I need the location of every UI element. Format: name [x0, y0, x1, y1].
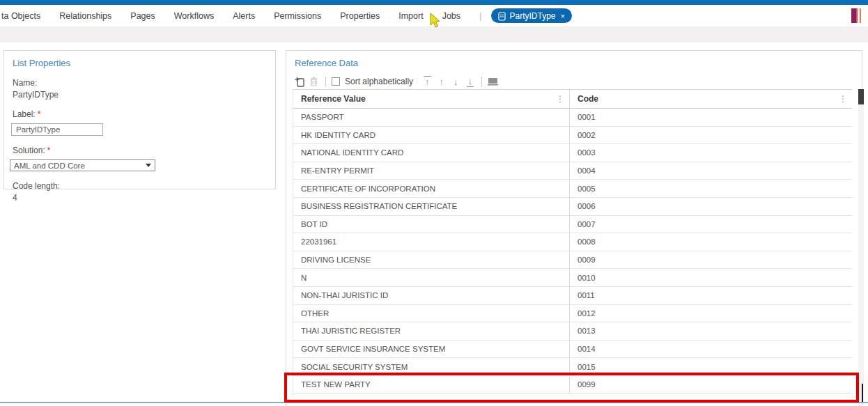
mouse-cursor — [430, 13, 441, 31]
notes-icon[interactable] — [486, 75, 499, 88]
code-cell[interactable]: 0011 — [569, 287, 852, 304]
reference-value-cell[interactable]: DRIVING LICENSE — [293, 251, 569, 269]
document-icon — [498, 12, 506, 20]
add-value-icon[interactable] — [293, 75, 306, 88]
reference-value-cell[interactable]: GOVT SERVICE INSURANCE SYSTEM — [293, 341, 569, 358]
code-length-value: 4 — [13, 193, 267, 203]
nav-item-import[interactable]: Import — [398, 11, 423, 21]
required-mark: * — [38, 109, 41, 119]
nav-item-alerts[interactable]: Alerts — [233, 11, 255, 21]
chevron-down-icon — [146, 164, 151, 167]
reference-value-cell[interactable]: NON-THAI JURISTIC ID — [293, 287, 569, 304]
table-vertical-scrollbar[interactable] — [858, 89, 864, 406]
code-cell[interactable]: 0003 — [569, 144, 852, 162]
code-cell[interactable]: 0007 — [569, 216, 852, 233]
nav-item-workflows[interactable]: Workflows — [174, 11, 214, 21]
scrollbar-thumb[interactable] — [858, 89, 864, 104]
code-cell[interactable]: 0005 — [569, 180, 852, 197]
table-body: PASSPORT0001HK IDENTITY CARD0002NATIONAL… — [293, 109, 852, 394]
code-cell[interactable]: 0006 — [569, 198, 852, 215]
code-cell[interactable]: 0009 — [569, 251, 852, 269]
window-top-accent-bar — [0, 0, 868, 5]
solution-select[interactable]: AML and CDD Core — [10, 159, 155, 171]
table-row[interactable]: NATIONAL IDENTITY CARD0003 — [293, 144, 852, 162]
column-header-code[interactable]: Code ⋮ — [569, 90, 852, 108]
table-row[interactable]: 220319610008 — [293, 233, 852, 251]
code-cell[interactable]: 0004 — [569, 162, 852, 180]
solution-label: Solution:* — [13, 146, 267, 155]
code-cell[interactable]: 0012 — [569, 305, 852, 322]
toolbar-divider — [481, 77, 482, 87]
reference-data-table: Reference Value ⋮ Code ⋮ PASSPORT0001HK … — [293, 89, 852, 394]
tab-label: PartyIDType — [509, 11, 555, 21]
move-up-icon[interactable]: ↑ — [438, 77, 446, 87]
panel-title: List Properties — [4, 51, 275, 68]
reference-data-panel: Reference Data Sort alphabetically ↑ ↑ ↓… — [286, 50, 862, 406]
nav-separator: | — [479, 10, 481, 21]
reference-value-cell[interactable]: CERTIFICATE OF INCORPORATION — [293, 180, 569, 197]
reference-value-cell[interactable]: BOT ID — [293, 216, 569, 233]
sort-alphabetically-checkbox[interactable] — [332, 77, 340, 86]
tab-partyidtype[interactable]: PartyIDType × — [491, 8, 571, 23]
table-row[interactable]: BUSINESS REGISTRATION CERTIFICATE0006 — [293, 198, 852, 216]
app-badge-icon[interactable] — [851, 8, 861, 23]
solution-selected-value: AML and CDD Core — [14, 162, 85, 170]
reference-value-cell[interactable]: PASSPORT — [293, 109, 569, 126]
code-cell[interactable]: 0014 — [569, 341, 852, 358]
reference-value-cell[interactable]: OTHER — [293, 305, 569, 322]
table-row[interactable]: BOT ID0007 — [293, 216, 852, 234]
tab-close-icon[interactable]: × — [560, 12, 564, 20]
reference-value-cell[interactable]: RE-ENTRY PERMIT — [293, 162, 569, 180]
nav-item-jobs[interactable]: Jobs — [442, 11, 460, 21]
table-row[interactable]: NON-THAI JURISTIC ID0011 — [293, 287, 852, 305]
name-label: Name: — [13, 78, 267, 88]
table-row[interactable]: RE-ENTRY PERMIT0004 — [293, 162, 852, 180]
code-cell[interactable]: 0008 — [569, 233, 852, 251]
reference-value-cell[interactable]: BUSINESS REGISTRATION CERTIFICATE — [293, 198, 569, 215]
panel-title: Reference Data — [286, 51, 862, 68]
toolbar-divider — [325, 77, 326, 87]
nav-item-permissions[interactable]: Permissions — [274, 11, 321, 21]
table-row[interactable]: PASSPORT0001 — [293, 109, 852, 127]
nav-item-relationships[interactable]: Relationships — [59, 11, 111, 21]
table-header-row: Reference Value ⋮ Code ⋮ — [293, 90, 852, 109]
reference-value-cell[interactable]: THAI JURISTIC REGISTER — [293, 322, 569, 340]
code-length-label: Code length: — [13, 181, 267, 191]
code-cell[interactable]: 0002 — [569, 127, 852, 144]
table-row[interactable]: GOVT SERVICE INSURANCE SYSTEM0014 — [293, 341, 852, 359]
highlight-annotation — [284, 373, 859, 403]
move-to-bottom-icon[interactable]: ↓ — [467, 76, 474, 87]
column-menu-icon[interactable]: ⋮ — [839, 94, 847, 104]
table-row[interactable]: HK IDENTITY CARD0002 — [293, 127, 852, 145]
reference-value-cell[interactable]: HK IDENTITY CARD — [293, 127, 569, 144]
move-to-top-icon[interactable]: ↑ — [424, 76, 431, 87]
table-row[interactable]: CERTIFICATE OF INCORPORATION0005 — [293, 180, 852, 198]
delete-value-icon[interactable] — [307, 75, 320, 88]
code-cell[interactable]: 0013 — [569, 322, 852, 340]
list-properties-panel: List Properties Name: PartyIDType Label:… — [3, 50, 276, 189]
column-menu-icon[interactable]: ⋮ — [556, 94, 564, 104]
nav-item-properties[interactable]: Properties — [340, 11, 380, 21]
label-input[interactable] — [11, 123, 103, 136]
reference-data-toolbar: Sort alphabetically ↑ ↑ ↓ ↓ — [293, 75, 862, 88]
code-cell[interactable]: 0001 — [569, 109, 852, 126]
reference-value-cell[interactable]: N — [293, 269, 569, 286]
reference-value-cell[interactable]: 22031961 — [293, 233, 569, 251]
table-row[interactable]: OTHER0012 — [293, 305, 852, 323]
label-label: Label:* — [13, 109, 267, 119]
move-down-icon[interactable]: ↓ — [452, 77, 460, 87]
code-cell[interactable]: 0010 — [569, 269, 852, 286]
table-row[interactable]: THAI JURISTIC REGISTER0013 — [293, 322, 852, 341]
table-row[interactable]: DRIVING LICENSE0009 — [293, 251, 852, 270]
nav-item-data-objects[interactable]: ta Objects — [1, 11, 40, 21]
column-header-reference-value[interactable]: Reference Value ⋮ — [293, 90, 569, 108]
required-mark: * — [47, 146, 51, 155]
nav-item-pages[interactable]: Pages — [130, 11, 155, 21]
sort-alphabetically-label: Sort alphabetically — [345, 77, 413, 86]
reference-value-cell[interactable]: NATIONAL IDENTITY CARD — [293, 144, 569, 162]
table-row[interactable]: N0010 — [293, 269, 852, 287]
right-edge-mark — [862, 384, 863, 402]
name-value: PartyIDType — [13, 90, 267, 100]
